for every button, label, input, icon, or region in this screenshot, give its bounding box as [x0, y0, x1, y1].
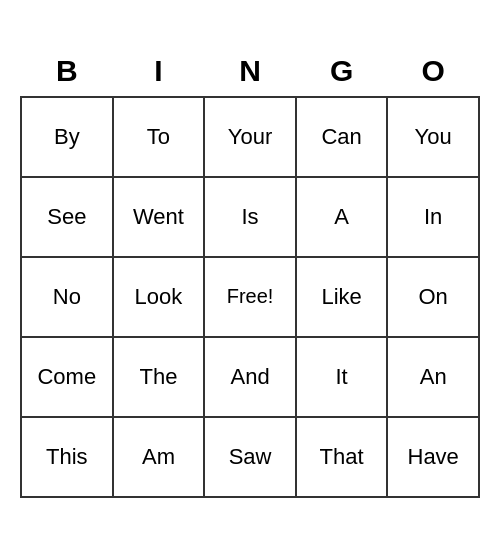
header-letter-n: N [204, 47, 296, 97]
bingo-cell-2-2: Free! [204, 257, 296, 337]
bingo-cell-0-4: You [387, 97, 479, 177]
bingo-cell-0-2: Your [204, 97, 296, 177]
bingo-cell-1-0: See [21, 177, 113, 257]
bingo-cell-1-2: Is [204, 177, 296, 257]
bingo-cell-3-4: An [387, 337, 479, 417]
bingo-cell-0-3: Can [296, 97, 388, 177]
bingo-cell-3-0: Come [21, 337, 113, 417]
bingo-cell-2-0: No [21, 257, 113, 337]
bingo-cell-2-1: Look [113, 257, 205, 337]
bingo-cell-3-1: The [113, 337, 205, 417]
bingo-cell-1-1: Went [113, 177, 205, 257]
bingo-cell-4-4: Have [387, 417, 479, 497]
bingo-header-row: BINGO [21, 47, 479, 97]
bingo-cell-0-1: To [113, 97, 205, 177]
bingo-row-3: ComeTheAndItAn [21, 337, 479, 417]
bingo-card: BINGO ByToYourCanYouSeeWentIsAInNoLookFr… [20, 47, 480, 498]
bingo-cell-1-3: A [296, 177, 388, 257]
bingo-cell-4-0: This [21, 417, 113, 497]
header-letter-o: O [387, 47, 479, 97]
bingo-row-4: ThisAmSawThatHave [21, 417, 479, 497]
bingo-cell-3-3: It [296, 337, 388, 417]
bingo-cell-3-2: And [204, 337, 296, 417]
bingo-row-1: SeeWentIsAIn [21, 177, 479, 257]
header-letter-b: B [21, 47, 113, 97]
bingo-cell-4-2: Saw [204, 417, 296, 497]
header-letter-g: G [296, 47, 388, 97]
bingo-cell-2-3: Like [296, 257, 388, 337]
bingo-cell-2-4: On [387, 257, 479, 337]
bingo-cell-4-1: Am [113, 417, 205, 497]
bingo-cell-1-4: In [387, 177, 479, 257]
bingo-row-2: NoLookFree!LikeOn [21, 257, 479, 337]
bingo-row-0: ByToYourCanYou [21, 97, 479, 177]
header-letter-i: I [113, 47, 205, 97]
bingo-cell-4-3: That [296, 417, 388, 497]
bingo-cell-0-0: By [21, 97, 113, 177]
